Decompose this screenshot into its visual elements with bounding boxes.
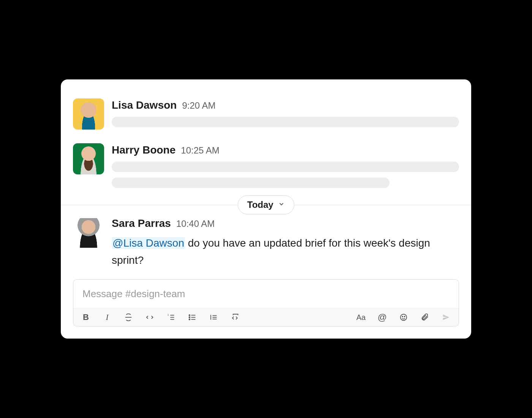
avatar[interactable] — [73, 217, 104, 248]
message-header: Sara Parras 10:40 AM — [112, 217, 459, 230]
avatar[interactable] — [73, 143, 104, 174]
toolbar-left: B I 123 — [81, 312, 240, 322]
send-button[interactable] — [441, 312, 451, 322]
bullet-list-button[interactable] — [187, 312, 197, 322]
message-header: Lisa Dawson 9:20 AM — [112, 99, 459, 111]
message-body: Lisa Dawson 9:20 AM — [112, 98, 459, 133]
blockquote-button[interactable] — [209, 312, 218, 322]
avatar[interactable] — [73, 98, 104, 130]
date-pill-label: Today — [247, 200, 274, 210]
ordered-list-button[interactable]: 123 — [166, 312, 176, 322]
strikethrough-button[interactable] — [124, 312, 133, 322]
message-author[interactable]: Sara Parras — [112, 217, 171, 230]
italic-button[interactable]: I — [102, 312, 112, 322]
svg-point-11 — [189, 317, 190, 318]
message-time: 9:20 AM — [182, 100, 215, 111]
svg-text:123: 123 — [168, 314, 169, 317]
svg-point-12 — [189, 319, 190, 320]
message-composer: Message #design-team B I 123 — [73, 279, 459, 326]
message-placeholder-line — [112, 177, 390, 188]
message-placeholder-line — [112, 162, 459, 172]
message-body: Sara Parras 10:40 AM @Lisa Dawson do you… — [112, 217, 459, 269]
composer-toolbar: B I 123 — [73, 308, 459, 326]
svg-point-19 — [404, 317, 405, 317]
font-button[interactable]: Aa — [356, 312, 366, 322]
message-item: Harry Boone 10:25 AM — [73, 143, 459, 193]
mention[interactable]: @Lisa Dawson — [112, 237, 185, 249]
mention-button[interactable]: @ — [377, 312, 387, 322]
message-item: Lisa Dawson 9:20 AM — [73, 98, 459, 133]
svg-point-18 — [402, 317, 403, 317]
toolbar-right: Aa @ — [356, 312, 451, 322]
chat-card: Lisa Dawson 9:20 AM Harry Boone 10:25 AM… — [61, 79, 471, 339]
bold-button[interactable]: B — [81, 312, 91, 322]
message-author[interactable]: Lisa Dawson — [112, 99, 177, 111]
message-time: 10:25 AM — [181, 145, 219, 156]
code-button[interactable] — [145, 312, 155, 322]
svg-point-17 — [401, 314, 407, 321]
message-input[interactable]: Message #design-team — [73, 280, 459, 308]
emoji-button[interactable] — [399, 312, 408, 322]
message-text: @Lisa Dawson do you have an updated brie… — [112, 235, 459, 269]
message-time: 10:40 AM — [176, 218, 215, 229]
message-placeholder-line — [112, 117, 459, 127]
attach-button[interactable] — [420, 312, 430, 322]
message-author[interactable]: Harry Boone — [112, 144, 176, 156]
chevron-down-icon — [278, 201, 285, 209]
svg-point-10 — [189, 315, 190, 316]
date-pill[interactable]: Today — [238, 195, 294, 214]
code-block-button[interactable] — [230, 312, 240, 322]
message-body: Harry Boone 10:25 AM — [112, 143, 459, 193]
message-header: Harry Boone 10:25 AM — [112, 144, 459, 156]
message-item: Sara Parras 10:40 AM @Lisa Dawson do you… — [73, 217, 459, 269]
date-divider: Today — [61, 205, 471, 205]
